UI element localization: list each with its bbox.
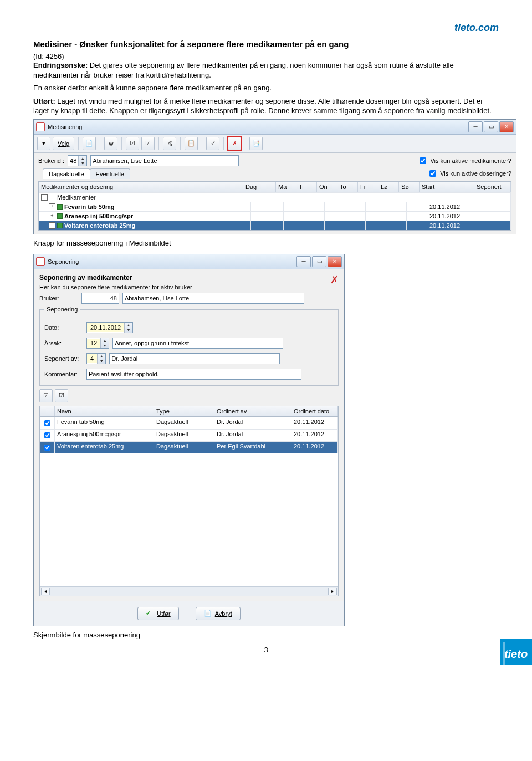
check-icon: ✔ xyxy=(146,610,154,617)
table-row[interactable]: Fevarin tab 50mgDagsaktuellDr. Jordal20.… xyxy=(40,417,338,429)
h-scrollbar[interactable]: ◂ ▸ xyxy=(40,586,338,596)
seponertav-label: Seponert av: xyxy=(44,355,83,362)
dropdown-button[interactable]: ▾ xyxy=(37,137,50,150)
window-title: Medisinering xyxy=(48,124,82,130)
toolbar-icon-copy[interactable]: 📑 xyxy=(249,137,263,150)
brukerid-label: Brukerid.: xyxy=(38,157,64,164)
mass-discontinue-button[interactable]: ✗ xyxy=(228,137,241,150)
page-number: 3 xyxy=(33,646,499,654)
caption-1: Knapp for masseseponering i Medisinbilde… xyxy=(33,239,499,247)
medisinering-window: Medisinering ─ ▭ ✕ ▾ Velg 📄 w ☑ ☑ 🖨 📋 ✓ … xyxy=(33,119,516,234)
toolbar-icon-6[interactable]: 📋 xyxy=(185,137,198,150)
table-row[interactable]: Aranesp inj 500mcg/sprDagsaktuellDr. Jor… xyxy=(40,429,338,441)
col-fr[interactable]: Fr xyxy=(358,182,378,192)
col-ma[interactable]: Ma xyxy=(276,182,296,192)
kommentar-field[interactable]: Pasient avslutter opphold. xyxy=(86,369,301,380)
maximize-button[interactable]: ▭ xyxy=(312,256,326,267)
uncheck-all-button[interactable]: ☑ xyxy=(55,389,68,402)
dialog-subtext: Her kan du seponere flere medikamenter f… xyxy=(39,284,192,290)
chk-aktive-doseringer[interactable]: Vis kun aktive doseringer? xyxy=(427,168,511,178)
seponering-window: Seponering ─ ▭ ✕ Seponering av medikamen… xyxy=(33,254,345,626)
col-check xyxy=(40,406,55,416)
col-on[interactable]: On xyxy=(317,182,337,192)
col-ordinert-av[interactable]: Ordinert av xyxy=(214,406,291,416)
check-all-button[interactable]: ☑ xyxy=(39,389,53,402)
scroll-left-button[interactable]: ◂ xyxy=(41,588,50,595)
app-icon xyxy=(36,257,45,266)
arsak-text-field: Annet, oppgi grunn i fritekst xyxy=(112,338,283,349)
toolbar-icon-5[interactable]: 🖨 xyxy=(163,137,176,150)
utfor-button[interactable]: ✔ Utfør xyxy=(137,607,178,620)
paragraph-desc: En ønsker derfor enkelt å kunne seponere… xyxy=(33,83,499,93)
footer-logo: tieto xyxy=(500,639,532,665)
col-med[interactable]: Medikamenter og dosering xyxy=(39,182,243,192)
col-so[interactable]: Sø xyxy=(399,182,420,192)
arsak-label: Årsak: xyxy=(44,340,83,346)
seponering-grid: Navn Type Ordinert av Ordinert dato Feva… xyxy=(39,406,339,596)
article-id: (Id: 4256) xyxy=(33,52,499,60)
app-icon xyxy=(36,122,45,131)
paragraph-done: Utført: Laget nyt vindu med mulighet for… xyxy=(33,96,499,116)
tree-header-row: ---- Medikamenter --- xyxy=(39,192,511,202)
col-ordinert-dato[interactable]: Ordinert dato xyxy=(291,406,338,416)
discontinue-icon: ✗ xyxy=(330,274,339,286)
article-title: Medisiner - Ønsker funksjonalitet for å … xyxy=(33,39,499,49)
toolbar: ▾ Velg 📄 w ☑ ☑ 🖨 📋 ✓ ✗ 📑 xyxy=(34,135,516,153)
col-navn[interactable]: Navn xyxy=(55,406,154,416)
table-row[interactable]: +Fevarin tab 50mg20.11.2012 xyxy=(39,202,511,211)
avbryt-button[interactable]: 📄 Avbryt xyxy=(196,607,241,620)
titlebar: Seponering ─ ▭ ✕ xyxy=(34,254,344,269)
col-to[interactable]: To xyxy=(337,182,358,192)
toolbar-icon-1[interactable]: 📄 xyxy=(83,137,96,150)
chk-aktive-medikamenter[interactable]: Vis kun aktive medikamenter? xyxy=(417,156,511,166)
paragraph-request: Endringsønske: Det gjøres ofte seponerin… xyxy=(33,60,499,80)
col-dag[interactable]: Dag xyxy=(243,182,276,192)
page-header-logo: tieto.com xyxy=(33,22,499,34)
cancel-icon: 📄 xyxy=(204,610,212,617)
tab-dagsaktuelle[interactable]: Dagsaktuelle xyxy=(43,168,90,179)
seponertav-id-field[interactable]: 4▲▼ xyxy=(86,353,106,364)
arsak-id-field[interactable]: 12▲▼ xyxy=(86,338,109,349)
toolbar-icon-7[interactable]: ✓ xyxy=(206,137,219,150)
col-seponert[interactable]: Seponert xyxy=(474,182,511,192)
scroll-right-button[interactable]: ▸ xyxy=(328,588,337,595)
minimize-button[interactable]: ─ xyxy=(296,256,311,267)
window-title: Seponering xyxy=(48,258,79,265)
dato-label: Dato: xyxy=(44,324,83,331)
bruker-name-field[interactable]: Abrahamsen, Lise Lotte xyxy=(90,155,239,166)
dialog-heading: Seponering av medikamenter xyxy=(39,274,192,282)
minimize-button[interactable]: ─ xyxy=(468,121,483,132)
maximize-button[interactable]: ▭ xyxy=(484,121,498,132)
toolbar-icon-3[interactable]: ☑ xyxy=(126,137,139,150)
col-start[interactable]: Start xyxy=(420,182,474,192)
dato-field[interactable]: 20.11.2012▲▼ xyxy=(86,322,133,333)
kommentar-label: Kommentar: xyxy=(44,371,83,377)
caption-2: Skjermbilde for masseseponering xyxy=(33,631,499,639)
medikament-grid: Medikamenter og dosering Dag Ma Ti On To… xyxy=(38,181,511,231)
bruker-label: Bruker: xyxy=(39,295,78,302)
titlebar: Medisinering ─ ▭ ✕ xyxy=(34,120,516,135)
close-button[interactable]: ✕ xyxy=(328,256,342,267)
velg-button[interactable]: Velg xyxy=(53,137,74,150)
table-row[interactable]: +Voltaren enterotab 25mg20.11.2012 xyxy=(39,221,511,230)
toolbar-icon-4[interactable]: ☑ xyxy=(141,137,155,150)
close-button[interactable]: ✕ xyxy=(499,121,514,132)
seponertav-text-field: Dr. Jordal xyxy=(109,353,280,364)
tab-eventuelle[interactable]: Eventuelle xyxy=(90,168,130,179)
col-ti[interactable]: Ti xyxy=(296,182,317,192)
table-row[interactable]: +Aranesp inj 500mcg/spr20.11.2012 xyxy=(39,211,511,221)
col-lo[interactable]: Lø xyxy=(378,182,399,192)
toolbar-icon-2[interactable]: w xyxy=(104,137,117,150)
brukerid-spinner[interactable]: 48▲▼ xyxy=(68,155,87,166)
col-type[interactable]: Type xyxy=(154,406,214,416)
bruker-id-field: 48 xyxy=(81,293,119,304)
bruker-name-field: Abrahamsen, Lise Lotte xyxy=(122,293,304,304)
table-row[interactable]: Voltaren enterotab 25mgDagsaktuellPer Eg… xyxy=(40,441,338,453)
seponering-fieldset: Seponering Dato: 20.11.2012▲▼ Årsak: 12▲… xyxy=(39,309,339,386)
